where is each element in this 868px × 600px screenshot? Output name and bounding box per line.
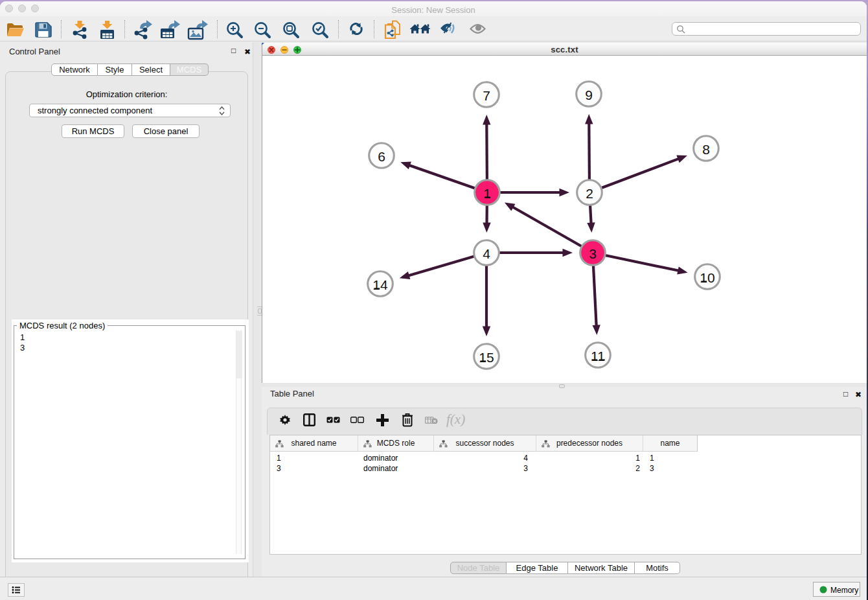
svg-text:15: 15 [479, 350, 494, 365]
svg-text:7: 7 [483, 88, 490, 103]
svg-text:6: 6 [378, 149, 385, 164]
svg-text:1: 1 [483, 186, 491, 201]
svg-text:14: 14 [372, 277, 388, 292]
svg-text:10: 10 [700, 270, 714, 285]
svg-text:2: 2 [586, 186, 593, 201]
svg-text:3: 3 [589, 246, 597, 261]
svg-text:8: 8 [702, 142, 710, 157]
svg-text:11: 11 [591, 349, 605, 363]
svg-text:9: 9 [585, 87, 593, 102]
svg-text:4: 4 [483, 246, 490, 261]
